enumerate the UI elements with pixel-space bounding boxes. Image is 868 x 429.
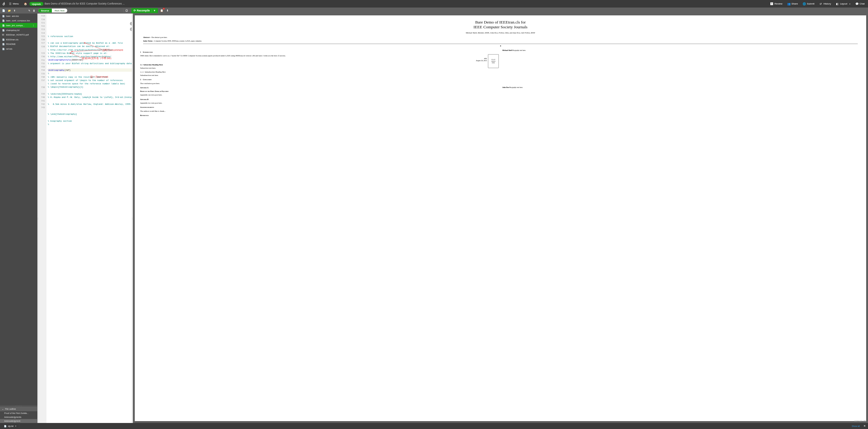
pdf-index-terms: Index Terms—Computer Society, IEEE, IEEE… xyxy=(143,40,858,42)
file-item[interactable]: 📄README xyxy=(0,42,37,47)
logs-button[interactable]: 📋1 xyxy=(159,8,164,13)
recompile-button[interactable]: ⟳ Recompile ▼ xyxy=(131,8,158,13)
download-pdf-button[interactable]: ⬇ xyxy=(165,8,170,13)
log-error-badge: 1 xyxy=(163,8,165,10)
delete-icon[interactable]: 🗑 xyxy=(32,8,36,13)
menu-icon: ☰ xyxy=(9,2,12,5)
new-folder-icon[interactable]: 📁 xyxy=(7,8,12,13)
file-list: 📄bare_adv.tex📄bare_conf_compsoc.tex📄bare… xyxy=(0,13,37,405)
chat-icon: 💬 xyxy=(855,2,858,5)
file-item[interactable]: 📄bare_jrnl_comps...⋮ xyxy=(0,23,37,28)
photo-placeholder: PLACE PHOTO HERE xyxy=(488,55,499,68)
pdf-authors: Michael Shell, Member, IEEE, John Doe, F… xyxy=(140,32,861,34)
menu-label: Menu xyxy=(13,2,19,5)
file-outline-header[interactable]: ⌄ File outline xyxy=(0,406,37,411)
file-icon: 📄 xyxy=(2,19,4,22)
share-icon: 👥 xyxy=(787,2,790,5)
layout-icon: ◧ xyxy=(836,2,839,5)
file-name-label: IEEEtran.cls xyxy=(6,38,35,41)
history-icon: ↺ xyxy=(819,2,822,5)
preview-toolbar: ⟳ Recompile ▼ 📋1 ⬇ xyxy=(130,7,868,13)
show-all-link[interactable]: Show all xyxy=(852,425,860,427)
top-navbar: ὁ ☰ Menu 🏠 Upgrade Bare Demo of IEEEtran… xyxy=(0,0,868,7)
file-icon: 🖼 xyxy=(2,33,4,36)
source-mode-button[interactable]: Source xyxy=(38,9,52,13)
file-icon: 📄 xyxy=(2,29,4,31)
file-item[interactable]: 📄IEEEtran.cls xyxy=(0,37,37,42)
file-name-label: IEEEtran_HOWTO.pdf xyxy=(6,33,35,36)
new-file-icon[interactable]: 📄 xyxy=(1,8,6,13)
file-icon: 📄 xyxy=(2,15,4,17)
bottom-file-tab[interactable]: 📄 zip.txt ▼ xyxy=(2,424,18,428)
watermark: CSDN @王小燃 xyxy=(854,420,866,422)
submit-button[interactable]: 🌐Submit xyxy=(801,1,816,7)
file-name-label: bare_conf_compsoc.tex xyxy=(6,19,35,22)
history-button[interactable]: ↺History xyxy=(817,1,833,7)
pdf-title: Bare Demo of IEEEtran.cls for IEEE Compu… xyxy=(140,20,861,29)
file-menu-icon[interactable]: ⋮ xyxy=(32,24,35,27)
file-name-label: ref.bib xyxy=(6,47,35,50)
editor-mode-toggle: Source Rich Text xyxy=(38,9,67,13)
file-toolbar: 📄 📁 ⬆ ✎ 🗑 xyxy=(0,7,37,13)
file-icon: 📄 xyxy=(4,425,7,427)
recompile-dropdown[interactable]: ▼ xyxy=(152,9,156,12)
bottom-bar: 📄 zip.txt ▼ Show all ✕ xyxy=(0,423,868,429)
file-icon: 📄 xyxy=(2,47,4,50)
chat-button[interactable]: 💬Chat xyxy=(853,1,867,7)
sync-to-pdf-button[interactable]: → xyxy=(130,22,132,26)
richtext-mode-button[interactable]: Rich Text xyxy=(52,9,67,13)
chevron-down-icon: ▼ xyxy=(849,3,850,5)
file-name-label: README xyxy=(6,43,35,45)
globe-icon: 🌐 xyxy=(803,2,806,5)
file-name-label: bare_adv.tex xyxy=(6,15,35,18)
file-name-label: bare_jrnl_comps... xyxy=(6,24,30,27)
file-item[interactable]: 🖼IEEEtran_HOWTO.pdf xyxy=(0,33,37,37)
share-button[interactable]: 👥Share xyxy=(785,1,800,7)
upgrade-button[interactable]: Upgrade xyxy=(30,2,43,6)
refresh-icon: ⟳ xyxy=(133,9,135,12)
symbol-palette-button[interactable]: Ω xyxy=(124,9,130,12)
project-title[interactable]: Bare Demo of IEEEtran.cls for IEEE Compu… xyxy=(43,2,768,5)
pdf-column-right: Michael Shell Biography text here. John … xyxy=(502,49,861,118)
home-button[interactable]: 🏠 xyxy=(22,1,29,7)
chevron-down-icon: ⌄ xyxy=(2,407,4,410)
file-item[interactable]: 📄changelog.txt xyxy=(0,28,37,33)
overleaf-logo[interactable]: ὁ xyxy=(1,2,6,6)
file-item[interactable]: 📄bare_adv.tex xyxy=(0,13,37,19)
vertical-resize-right[interactable]: ⋮ xyxy=(132,13,133,423)
menu-button[interactable]: ☰ Menu xyxy=(7,1,21,7)
outline-item[interactable]: Acknowledgments xyxy=(0,415,37,419)
pdf-abstract: Abstract—The abstract goes here. xyxy=(143,36,858,38)
outline-list: Proof of the First Zonkla...Acknowledgme… xyxy=(0,411,37,423)
file-item[interactable]: 📄ref.bib xyxy=(0,46,37,51)
file-item[interactable]: 📄bare_conf_compsoc.tex xyxy=(0,19,37,23)
review-icon: 🅰 xyxy=(770,2,773,5)
pdf-preview-pane: Bare Demo of IEEEtran.cls for IEEE Compu… xyxy=(133,13,868,423)
file-icon: 📄 xyxy=(2,43,4,45)
chevron-down-icon: ▼ xyxy=(15,425,17,427)
review-button[interactable]: 🅰Review xyxy=(768,1,784,7)
pdf-page[interactable]: Bare Demo of IEEEtran.cls for IEEE Compu… xyxy=(135,15,866,421)
home-icon: 🏠 xyxy=(24,2,27,5)
file-icon: 📄 xyxy=(2,24,4,27)
editor-toolbar: Source Rich Text Ω xyxy=(37,7,130,13)
sync-to-code-button[interactable]: ← xyxy=(130,27,132,31)
file-sidebar: 📄bare_adv.tex📄bare_conf_compsoc.tex📄bare… xyxy=(0,13,37,423)
file-icon: 📄 xyxy=(2,38,4,41)
file-name-label: changelog.txt xyxy=(6,29,35,32)
outline-item[interactable]: Acknowledgment xyxy=(0,419,37,423)
pdf-column-left: 1Introduction PLACE PHOTO HERE THIS demo… xyxy=(140,49,499,118)
upload-icon[interactable]: ⬆ xyxy=(12,8,17,13)
outline-item[interactable]: Proof of the First Zonkla... xyxy=(0,411,37,415)
code-editor[interactable]: 7197207217227237247257267277287297307317… xyxy=(38,13,132,423)
rename-icon[interactable]: ✎ xyxy=(27,8,32,13)
pdf-divider-diamond: ✦ xyxy=(143,45,858,47)
close-icon[interactable]: ✕ xyxy=(864,425,866,428)
layout-button[interactable]: ◧Layout▼ xyxy=(834,1,852,7)
